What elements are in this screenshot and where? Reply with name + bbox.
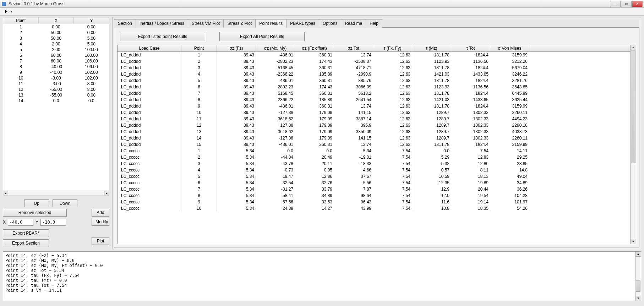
scroll-down-icon[interactable]: ▼ bbox=[635, 296, 641, 301]
results-cell: LC_ddddd bbox=[118, 129, 181, 135]
scroll-thumb[interactable] bbox=[636, 280, 640, 292]
results-row[interactable]: LC_ddddd1189.433618.62179.093887.1412.63… bbox=[118, 116, 630, 122]
x-input[interactable] bbox=[8, 219, 33, 226]
points-row[interactable]: 10-3.00102.00 bbox=[3, 75, 109, 81]
results-cell: 1289.7 bbox=[412, 122, 451, 129]
scroll-thumb[interactable] bbox=[631, 50, 635, 163]
results-cell: 360.31 bbox=[295, 141, 334, 148]
results-row[interactable]: LC_ddddd1489.43-127.38179.09141.1512.631… bbox=[118, 135, 630, 141]
results-row[interactable]: LC_ddddd989.43-436.01360.3113.7412.63181… bbox=[118, 103, 630, 109]
results-header-cell[interactable]: Point bbox=[181, 45, 217, 51]
results-table[interactable]: Load CasePointσz (Fz)σz (Mx, My)σz (Fz o… bbox=[117, 45, 636, 244]
results-row[interactable]: LC_ccccc85.3458.4134.8998.647.5412.019.5… bbox=[118, 192, 630, 199]
menu-file[interactable]: File bbox=[3, 9, 14, 15]
results-row[interactable]: LC_ddddd189.43-436.01360.3113.7412.63181… bbox=[118, 52, 630, 58]
results-row[interactable]: LC_ddddd1589.43-436.01360.3113.7412.6318… bbox=[118, 141, 630, 148]
results-row[interactable]: LC_ddddd289.43-2802.23174.43-2538.3712.6… bbox=[118, 58, 630, 65]
results-header-cell[interactable]: σz (Fz offset) bbox=[295, 45, 334, 51]
results-row[interactable]: LC_ddddd1389.43-3618.62179.09-3350.0912.… bbox=[118, 129, 630, 135]
up-button[interactable]: Up bbox=[24, 200, 49, 207]
points-header-cell[interactable]: Y bbox=[74, 17, 109, 24]
scroll-right-icon[interactable]: ► bbox=[104, 191, 109, 196]
tab-point-results[interactable]: Point results bbox=[255, 19, 286, 28]
tab-options[interactable]: Options bbox=[319, 19, 341, 28]
down-button[interactable]: Down bbox=[53, 200, 77, 207]
tab-read-me[interactable]: Read me bbox=[341, 19, 366, 28]
results-row[interactable]: LC_ccccc65.34-32.5432.765.567.5412.3519.… bbox=[118, 180, 630, 186]
results-cell: LC_ddddd bbox=[118, 84, 181, 90]
tab-inertias-loads-stress[interactable]: Inertias / Loads / Stress bbox=[136, 19, 188, 28]
points-row[interactable]: 42.005.00 bbox=[3, 41, 109, 47]
results-header-cell[interactable]: σz (Mx, My) bbox=[256, 45, 295, 51]
results-row[interactable]: LC_ccccc15.340.00.05.347.540.07.5414.11 bbox=[118, 148, 630, 154]
results-header-cell[interactable]: Load Case bbox=[118, 45, 181, 51]
y-input[interactable] bbox=[40, 219, 66, 226]
points-row[interactable]: 11-3.008.00 bbox=[3, 81, 109, 87]
results-row[interactable]: LC_ddddd1089.43-127.38179.09141.1512.631… bbox=[118, 109, 630, 116]
results-cell: 5.34 bbox=[217, 148, 256, 154]
scroll-down-icon[interactable]: ▼ bbox=[631, 239, 636, 244]
results-row[interactable]: LC_ddddd889.432366.22185.892641.5412.631… bbox=[118, 97, 630, 103]
results-row[interactable]: LC_ddddd789.435168.45360.315618.212.6318… bbox=[118, 90, 630, 97]
results-header-cell[interactable]: τ (Mz) bbox=[412, 45, 451, 51]
points-row[interactable]: 8-40.00106.00 bbox=[3, 64, 109, 70]
export-all-button[interactable]: Export All Point Results bbox=[219, 32, 305, 41]
points-header-cell[interactable]: Point bbox=[3, 17, 39, 24]
points-table[interactable]: PointXY 10.000.00250.000.00350.005.0042.… bbox=[3, 17, 109, 196]
results-row[interactable]: LC_ddddd489.43-2366.22185.89-2090.912.63… bbox=[118, 71, 630, 77]
points-hscrollbar[interactable]: ◄ ► bbox=[3, 191, 109, 196]
results-row[interactable]: LC_ccccc75.34-31.2733.797.877.5412.920.4… bbox=[118, 186, 630, 192]
points-cell: -40.00 bbox=[38, 70, 73, 75]
points-row[interactable]: 10.000.00 bbox=[3, 24, 109, 30]
points-header-cell[interactable]: X bbox=[39, 17, 74, 24]
scroll-up-icon[interactable]: ▲ bbox=[635, 252, 641, 257]
tab-stress-z-plot[interactable]: Stress Z Plot bbox=[223, 19, 256, 28]
tab-section[interactable]: Section bbox=[114, 19, 136, 28]
export-section-button[interactable]: Export Section bbox=[3, 239, 49, 247]
export-listed-button[interactable]: Export listed point Results bbox=[120, 32, 205, 41]
results-header-cell[interactable]: σz (Fz) bbox=[217, 45, 256, 51]
points-row[interactable]: 140.00.0 bbox=[3, 98, 109, 104]
points-row[interactable]: 52.00100.00 bbox=[3, 47, 109, 53]
results-vscrollbar[interactable]: ▲ ▼ bbox=[630, 45, 636, 244]
points-row[interactable]: 9-40.00102.00 bbox=[3, 70, 109, 75]
points-row[interactable]: 350.005.00 bbox=[3, 35, 109, 41]
results-row[interactable]: LC_ccccc45.34-0.730.054.667.540.578.1114… bbox=[118, 167, 630, 173]
results-row[interactable]: LC_ddddd689.432802.23174.433066.0912.631… bbox=[118, 84, 630, 90]
add-button[interactable]: Add bbox=[92, 209, 109, 217]
points-row[interactable]: 660.00100.00 bbox=[3, 53, 109, 58]
plot-button[interactable]: Plot bbox=[92, 237, 109, 245]
maximize-button[interactable]: ▭ bbox=[621, 1, 632, 7]
tab-help[interactable]: Help bbox=[366, 19, 382, 28]
results-cell: 5 bbox=[181, 173, 217, 180]
close-button[interactable]: ✕ bbox=[632, 1, 643, 7]
results-row[interactable]: LC_ccccc25.34-44.8420.49-19.017.545.2912… bbox=[118, 154, 630, 160]
results-row[interactable]: LC_ccccc95.3457.5633.5396.437.5411.619.1… bbox=[118, 199, 630, 205]
results-row[interactable]: LC_ccccc55.3419.4712.8637.677.5410.5918.… bbox=[118, 173, 630, 180]
points-row[interactable]: 760.00106.00 bbox=[3, 58, 109, 64]
results-header-cell[interactable]: σz Tot bbox=[334, 45, 373, 51]
points-cell: -3.00 bbox=[38, 75, 73, 81]
tab-stress-vm-plot[interactable]: Stress VM Plot bbox=[188, 19, 224, 28]
points-row[interactable]: 13-55.000.00 bbox=[3, 92, 109, 98]
points-row[interactable]: 250.000.00 bbox=[3, 30, 109, 35]
minimize-button[interactable]: — bbox=[610, 1, 621, 7]
results-row[interactable]: LC_ccccc35.34-43.7820.11-18.337.545.3212… bbox=[118, 160, 630, 167]
remove-selected-button[interactable]: Remove selected bbox=[3, 209, 67, 217]
points-row[interactable]: 12-55.008.00 bbox=[3, 87, 109, 92]
results-row[interactable]: LC_ddddd1289.43127.38179.09395.912.63128… bbox=[118, 122, 630, 129]
modify-button[interactable]: Modify bbox=[92, 218, 109, 226]
results-row[interactable]: LC_ccccc105.3424.3814.2743.997.5410.818.… bbox=[118, 205, 630, 212]
export-pbar-button[interactable]: Export PBAR* bbox=[3, 229, 49, 237]
scroll-track[interactable] bbox=[8, 191, 104, 196]
scroll-left-icon[interactable]: ◄ bbox=[3, 191, 8, 196]
scroll-up-icon[interactable]: ▲ bbox=[631, 45, 636, 50]
results-header-cell[interactable]: τ Tot bbox=[451, 45, 490, 51]
output-console[interactable]: Point 14, sz (Fz) = 5.34 Point 14, sz (M… bbox=[3, 251, 641, 301]
results-header-cell[interactable]: τ (Fx, Fy) bbox=[373, 45, 412, 51]
tab-pbarl-types[interactable]: PBARL types bbox=[286, 19, 319, 28]
console-vscrollbar[interactable]: ▲ ▼ bbox=[635, 252, 641, 301]
results-header-cell[interactable]: σ Von Mises bbox=[490, 45, 529, 51]
results-row[interactable]: LC_ddddd389.43-5168.45360.31-4718.7112.6… bbox=[118, 65, 630, 71]
results-row[interactable]: LC_ddddd589.43436.01360.31885.7612.63181… bbox=[118, 77, 630, 84]
